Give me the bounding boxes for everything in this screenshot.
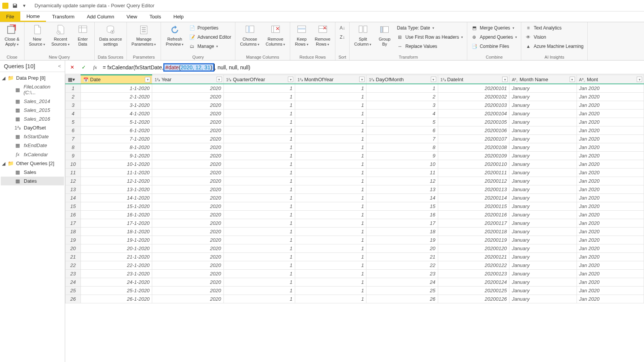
cell[interactable]: 1 bbox=[295, 143, 366, 152]
cell[interactable]: 8-1-2020 bbox=[81, 143, 152, 152]
cell[interactable]: 1 bbox=[295, 118, 366, 126]
cell[interactable]: Jan 2020 bbox=[577, 295, 644, 303]
row-number[interactable]: 20 bbox=[66, 244, 81, 253]
first-row-headers-button[interactable]: ⊞Use First Row as Headers bbox=[395, 33, 465, 41]
cell[interactable]: 16 bbox=[366, 211, 438, 219]
cell[interactable]: 10 bbox=[366, 160, 438, 169]
cell[interactable]: 1 bbox=[223, 295, 295, 303]
cell[interactable]: 2020 bbox=[152, 253, 223, 261]
tree-item[interactable]: ▦Sales_2015 bbox=[1, 106, 64, 115]
cell[interactable]: 2-1-2020 bbox=[81, 93, 152, 101]
replace-values-button[interactable]: ↔Replace Values bbox=[395, 42, 465, 51]
cell[interactable]: 3 bbox=[366, 101, 438, 110]
cell[interactable]: 4-1-2020 bbox=[81, 110, 152, 118]
cell[interactable]: 1 bbox=[295, 101, 366, 110]
cell[interactable]: January bbox=[509, 278, 577, 287]
save-icon[interactable] bbox=[12, 2, 18, 9]
table-row[interactable]: 44-1-2020202011420200104JanuaryJan 2020 bbox=[66, 110, 644, 118]
cell[interactable]: January bbox=[509, 135, 577, 143]
cell[interactable]: January bbox=[509, 211, 577, 219]
cell[interactable]: January bbox=[509, 118, 577, 126]
formula-input[interactable]: = fxCalendar(fxStartDate, #date(2020, 12… bbox=[103, 63, 250, 72]
column-filter-icon[interactable]: ▾ bbox=[217, 77, 222, 82]
cell[interactable]: 2 bbox=[366, 93, 438, 101]
cell[interactable]: Jan 2020 bbox=[577, 177, 644, 185]
choose-columns-button[interactable]: Choose Columns bbox=[238, 23, 262, 47]
table-row[interactable]: 1414-1-20202020111420200114JanuaryJan 20… bbox=[66, 194, 644, 202]
cell[interactable]: 1 bbox=[223, 177, 295, 185]
cell[interactable]: 20200115 bbox=[438, 202, 509, 211]
cell[interactable]: Jan 2020 bbox=[577, 228, 644, 236]
cell[interactable]: January bbox=[509, 143, 577, 152]
table-row[interactable]: 1919-1-20202020111920200119JanuaryJan 20… bbox=[66, 236, 644, 244]
cell[interactable]: Jan 2020 bbox=[577, 143, 644, 152]
cell[interactable]: 1 bbox=[223, 278, 295, 287]
cell[interactable]: 11-1-2020 bbox=[81, 169, 152, 177]
tree-item[interactable]: ▦FileLocation (C:\... bbox=[1, 82, 64, 97]
column-filter-icon[interactable]: ▾ bbox=[288, 77, 293, 82]
row-number[interactable]: 2 bbox=[66, 93, 81, 101]
cell[interactable]: Jan 2020 bbox=[577, 278, 644, 287]
azure-ml-button[interactable]: ▲Azure Machine Learning bbox=[524, 42, 585, 51]
cell[interactable]: 9 bbox=[366, 152, 438, 160]
cell[interactable]: 22 bbox=[366, 261, 438, 270]
cell[interactable]: 2020 bbox=[152, 287, 223, 295]
cell[interactable]: January bbox=[509, 93, 577, 101]
cell[interactable]: 2020 bbox=[152, 270, 223, 278]
cell[interactable]: 3-1-2020 bbox=[81, 101, 152, 110]
cell[interactable]: 1 bbox=[223, 118, 295, 126]
cell[interactable]: 1 bbox=[366, 84, 438, 93]
cell[interactable]: January bbox=[509, 295, 577, 303]
column-type-icon[interactable]: 1²₃ bbox=[154, 77, 160, 82]
cell[interactable]: January bbox=[509, 228, 577, 236]
formula-confirm-button[interactable]: ✓ bbox=[80, 64, 87, 71]
table-row[interactable]: 2020-1-20202020112020200120JanuaryJan 20… bbox=[66, 244, 644, 253]
cell[interactable]: 20200116 bbox=[438, 211, 509, 219]
cell[interactable]: 2020 bbox=[152, 110, 223, 118]
cell[interactable]: 20200103 bbox=[438, 101, 509, 110]
table-row[interactable]: 33-1-2020202011320200103JanuaryJan 2020 bbox=[66, 101, 644, 110]
cell[interactable]: 20200119 bbox=[438, 236, 509, 244]
cell[interactable]: 2020 bbox=[152, 278, 223, 287]
cell[interactable]: Jan 2020 bbox=[577, 118, 644, 126]
cell[interactable]: January bbox=[509, 219, 577, 228]
cell[interactable]: 2020 bbox=[152, 202, 223, 211]
table-row[interactable]: 2626-1-20202020112620200126JanuaryJan 20… bbox=[66, 295, 644, 303]
tree-item[interactable]: 1²₃DayOffset bbox=[1, 123, 64, 132]
cell[interactable]: 18-1-2020 bbox=[81, 228, 152, 236]
data-type-button[interactable]: Data Type: Date bbox=[395, 24, 465, 32]
cell[interactable]: January bbox=[509, 177, 577, 185]
row-number[interactable]: 10 bbox=[66, 160, 81, 169]
column-header[interactable]: Aᴮ꜀Mont▾ bbox=[577, 75, 644, 84]
column-filter-icon[interactable]: ▾ bbox=[570, 77, 575, 82]
cell[interactable]: 20200111 bbox=[438, 169, 509, 177]
column-header[interactable]: Aᴮ꜀Month Name▾ bbox=[509, 75, 577, 84]
cell[interactable]: 2020 bbox=[152, 126, 223, 135]
tab-help[interactable]: Help bbox=[167, 11, 190, 22]
cell[interactable]: 6-1-2020 bbox=[81, 126, 152, 135]
keep-rows-button[interactable]: Keep Rows bbox=[292, 23, 311, 47]
cell[interactable]: 1-1-2020 bbox=[81, 84, 152, 93]
cell[interactable]: Jan 2020 bbox=[577, 244, 644, 253]
cell[interactable]: January bbox=[509, 244, 577, 253]
cell[interactable]: 1 bbox=[295, 202, 366, 211]
cell[interactable]: 2020 bbox=[152, 244, 223, 253]
cell[interactable]: 20200105 bbox=[438, 118, 509, 126]
cell[interactable]: 4 bbox=[366, 110, 438, 118]
remove-columns-button[interactable]: Remove Columns bbox=[263, 23, 288, 47]
cell[interactable]: 1 bbox=[223, 143, 295, 152]
combine-files-button[interactable]: 📑Combine Files bbox=[470, 42, 519, 51]
cell[interactable]: Jan 2020 bbox=[577, 135, 644, 143]
cell[interactable]: January bbox=[509, 253, 577, 261]
cell[interactable]: Jan 2020 bbox=[577, 110, 644, 118]
column-type-icon[interactable]: Aᴮ꜀ bbox=[512, 77, 518, 82]
cell[interactable]: 1 bbox=[295, 126, 366, 135]
cell[interactable]: 23-1-2020 bbox=[81, 270, 152, 278]
table-row[interactable]: 1515-1-20202020111520200115JanuaryJan 20… bbox=[66, 202, 644, 211]
cell[interactable]: 20200120 bbox=[438, 244, 509, 253]
cell[interactable]: 2020 bbox=[152, 93, 223, 101]
cell[interactable]: January bbox=[509, 270, 577, 278]
cell[interactable]: 1 bbox=[295, 177, 366, 185]
cell[interactable]: 1 bbox=[295, 84, 366, 93]
cell[interactable]: 2020 bbox=[152, 152, 223, 160]
